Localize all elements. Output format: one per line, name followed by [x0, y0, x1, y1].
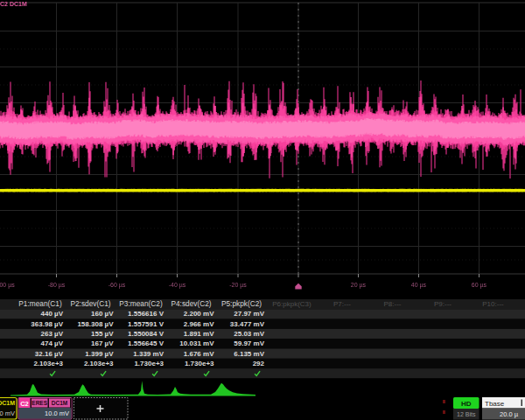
svg-text:DC1M: DC1M — [0, 400, 15, 406]
svg-text:20.0 µ: 20.0 µ — [500, 410, 519, 418]
svg-text:1.339 mV: 1.339 mV — [133, 350, 164, 358]
svg-text:C2 DC1M: C2 DC1M — [0, 1, 27, 7]
svg-text:-80 µs: -80 µs — [48, 282, 66, 289]
svg-text:P7:---: P7:--- — [333, 300, 351, 308]
svg-text:-40 µs: -40 µs — [169, 282, 186, 289]
svg-text:60 µs: 60 µs — [472, 282, 487, 289]
svg-text:HD: HD — [461, 400, 472, 408]
svg-text:59.97 mV: 59.97 mV — [234, 340, 264, 347]
svg-text:32.16 µV: 32.16 µV — [35, 350, 64, 358]
svg-text:1.550084 V: 1.550084 V — [128, 330, 164, 338]
svg-text:1.891 mV: 1.891 mV — [184, 330, 214, 338]
svg-text:363.98 µV: 363.98 µV — [31, 320, 63, 328]
svg-text:158.308 µV: 158.308 µV — [77, 320, 114, 328]
svg-text:40 µs: 40 µs — [411, 282, 427, 289]
svg-text:2.200 mV: 2.200 mV — [184, 310, 214, 318]
svg-text:474 µV: 474 µV — [40, 340, 63, 347]
svg-text:P5:pkpk(C2): P5:pkpk(C2) — [221, 299, 262, 308]
svg-text:1.730e+3: 1.730e+3 — [134, 360, 164, 368]
svg-text:25.03 mV: 25.03 mV — [234, 330, 264, 338]
svg-text:2.966 mV: 2.966 mV — [184, 320, 214, 328]
svg-text:6.135 mV: 6.135 mV — [234, 350, 264, 358]
svg-text:292: 292 — [253, 360, 265, 368]
svg-text:P9:---: P9:--- — [434, 300, 452, 308]
svg-text:10.0 mV: 10.0 mV — [45, 410, 69, 417]
svg-text:DC1M: DC1M — [52, 400, 67, 406]
svg-text:1.557591 V: 1.557591 V — [128, 320, 164, 328]
svg-text:1.676 mV: 1.676 mV — [184, 350, 214, 358]
svg-text:-20 µs: -20 µs — [229, 282, 247, 289]
svg-text:P3:mean(C2): P3:mean(C2) — [119, 299, 163, 308]
svg-text:10.031 mV: 10.031 mV — [179, 340, 214, 347]
svg-text:160 µV: 160 µV — [91, 310, 114, 318]
svg-text:P8:---: P8:--- — [384, 300, 402, 308]
svg-text:20 µs: 20 µs — [351, 282, 367, 289]
svg-text:P2:sdev(C1): P2:sdev(C1) — [70, 299, 110, 308]
svg-text:ERES: ERES — [32, 400, 47, 406]
svg-text:1.556616 V: 1.556616 V — [128, 310, 164, 318]
svg-text:1.399 µV: 1.399 µV — [85, 350, 114, 358]
svg-text:33.477 mV: 33.477 mV — [230, 320, 265, 328]
svg-text:2.103e+3: 2.103e+3 — [84, 360, 114, 368]
svg-text:1.730e+3: 1.730e+3 — [185, 360, 214, 368]
svg-text:C2: C2 — [20, 400, 29, 408]
svg-text:155 µV: 155 µV — [91, 330, 114, 338]
svg-text:167 µV: 167 µV — [91, 340, 114, 347]
svg-text:-100 µs: -100 µs — [0, 282, 15, 289]
svg-text:2.103e+3: 2.103e+3 — [33, 360, 63, 368]
svg-text:Tbase: Tbase — [485, 400, 505, 408]
svg-text:P4:sdev(C2): P4:sdev(C2) — [171, 299, 211, 308]
svg-text:-60 µs: -60 µs — [108, 282, 126, 289]
svg-text:263 µV: 263 µV — [40, 330, 63, 338]
svg-text:27.97 mV: 27.97 mV — [234, 310, 264, 318]
svg-text:440 µV: 440 µV — [40, 310, 63, 318]
svg-text:12 Bits: 12 Bits — [457, 411, 476, 417]
svg-text:1.556645 V: 1.556645 V — [128, 340, 164, 347]
svg-text:P6:pkpk(C3): P6:pkpk(C3) — [272, 300, 312, 308]
svg-text:P1:mean(C1): P1:mean(C1) — [18, 299, 62, 308]
svg-text:0 mV: 0 mV — [0, 410, 15, 417]
svg-text:P10:---: P10:--- — [482, 300, 504, 308]
